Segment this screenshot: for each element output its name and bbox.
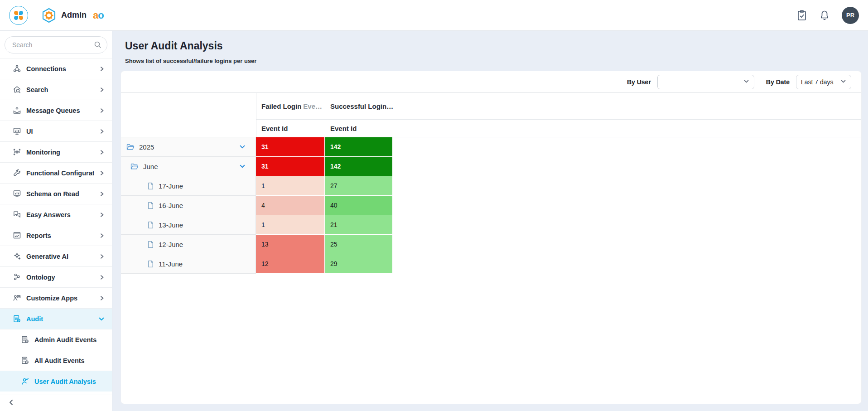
- sidebar-item-label: Reports: [26, 232, 94, 239]
- sidebar-item-label: Search: [26, 86, 94, 93]
- success-count-cell: 142: [325, 137, 393, 157]
- sidebar-item-schema-on-read[interactable]: Schema on Read: [0, 183, 112, 204]
- search-input[interactable]: [5, 36, 107, 53]
- pinwheel-logo-icon[interactable]: [9, 6, 28, 25]
- chevron-right-icon: [99, 295, 105, 301]
- chevron-down-icon[interactable]: [239, 144, 246, 150]
- sidebar-item-user-audit-analysis[interactable]: User Audit Analysis: [0, 371, 112, 392]
- chevron-right-icon: [99, 254, 105, 259]
- admin-badge[interactable]: Admin: [41, 7, 87, 24]
- sidebar-item-label: Schema on Read: [26, 190, 94, 198]
- tree-cell-13-june[interactable]: 13-June: [121, 215, 256, 235]
- column-header-failed-login[interactable]: Failed Login Eve…: [256, 93, 325, 119]
- sidebar-item-generative-ai[interactable]: Generative AI: [0, 246, 112, 266]
- sidebar-item-admin-audit-events[interactable]: Admin Audit Events: [0, 329, 112, 350]
- tree-cell-17-june[interactable]: 17-June: [121, 176, 256, 196]
- audit-icon: [21, 356, 29, 365]
- sidebar-item-customize-apps[interactable]: Customize Apps: [0, 287, 112, 308]
- wrench-icon: [13, 169, 21, 177]
- sidebar-item-reports[interactable]: Reports: [0, 225, 112, 246]
- tree-cell-11-june[interactable]: 11-June: [121, 254, 256, 274]
- failed-count-cell: 31: [256, 157, 325, 176]
- table-body: 202531142June3114217-June12716-June44013…: [121, 137, 861, 404]
- table-row-16-june: 16-June440: [121, 196, 861, 215]
- app-label: Admin: [61, 10, 87, 20]
- clipboard-check-icon[interactable]: [796, 10, 807, 21]
- tree-label: 13-June: [159, 221, 183, 229]
- table-header: Failed Login Eve… Successful Login… Even…: [121, 93, 861, 137]
- chevron-right-icon: [99, 129, 105, 134]
- tree-cell-16-june[interactable]: 16-June: [121, 196, 256, 215]
- by-date-value: Last 7 days: [801, 78, 840, 86]
- row-filler: [393, 254, 861, 274]
- ao-logo: ao: [93, 10, 104, 21]
- chevron-left-icon: [8, 399, 14, 407]
- chevron-down-icon[interactable]: [239, 163, 246, 169]
- sidebar-item-search[interactable]: Search: [0, 79, 112, 100]
- table-row-13-june: 13-June121: [121, 215, 861, 235]
- row-filler: [393, 215, 861, 235]
- chevron-down-icon: [840, 78, 846, 86]
- tree-label: 2025: [139, 143, 154, 151]
- tree-label: 17-June: [159, 182, 183, 190]
- person-chart-icon: [13, 294, 21, 302]
- sidebar-item-label: UI: [26, 128, 94, 135]
- subheader-event-id-success[interactable]: Event Id: [325, 119, 393, 137]
- bell-icon[interactable]: [819, 10, 830, 21]
- success-count-cell: 29: [325, 254, 393, 274]
- by-date-label: By Date: [766, 78, 790, 86]
- table-row-2025: 202531142: [121, 137, 861, 157]
- tree-label: 11-June: [159, 260, 183, 268]
- column-header-successful-login[interactable]: Successful Login…: [325, 93, 393, 119]
- sidebar-collapse-button[interactable]: [0, 395, 112, 411]
- sidebar-item-ontology[interactable]: Ontology: [0, 266, 112, 287]
- row-filler: [393, 176, 861, 196]
- sidebar: ConnectionsSearchMessage QueuesUIMonitor…: [0, 31, 112, 411]
- content-panel: By User By Date Last 7 days: [121, 71, 862, 404]
- sidebar-item-label: Easy Answers: [26, 211, 94, 218]
- sidebar-item-monitoring[interactable]: Monitoring: [0, 141, 112, 162]
- nodes-icon: [13, 273, 21, 281]
- file-icon: [147, 182, 154, 190]
- report-icon: [13, 231, 21, 240]
- by-date-select[interactable]: Last 7 days: [796, 75, 851, 89]
- success-count-cell: 40: [325, 196, 393, 215]
- page-title: User Audit Analysis: [125, 40, 862, 52]
- pinwheel-petals: [14, 11, 23, 20]
- by-user-label: By User: [627, 78, 651, 86]
- by-user-select[interactable]: [657, 75, 754, 89]
- tree-cell-june[interactable]: June: [121, 157, 256, 176]
- file-icon: [147, 260, 154, 268]
- sidebar-item-easy-answers[interactable]: Easy Answers: [0, 204, 112, 225]
- success-count-cell: 25: [325, 235, 393, 254]
- tree-label: 12-June: [159, 241, 183, 248]
- sidebar-item-message-queues[interactable]: Message Queues: [0, 100, 112, 121]
- sidebar-item-audit[interactable]: Audit: [0, 308, 112, 329]
- tree-cell-12-june[interactable]: 12-June: [121, 235, 256, 254]
- inbox-icon: [13, 106, 21, 115]
- sidebar-item-functional-configurati[interactable]: Functional Configurati…: [0, 162, 112, 183]
- sidebar-item-ui[interactable]: UI: [0, 121, 112, 141]
- tree-cell-2025[interactable]: 2025: [121, 137, 256, 157]
- hexagon-gear-icon: [41, 7, 57, 24]
- file-icon: [147, 202, 154, 209]
- avatar[interactable]: PR: [842, 7, 859, 24]
- table-row-12-june: 12-June1325: [121, 235, 861, 254]
- subheader-event-id-failed[interactable]: Event Id: [256, 119, 325, 137]
- home-search-icon: [13, 85, 21, 94]
- table-row-june: June31142: [121, 157, 861, 176]
- file-icon: [147, 241, 154, 248]
- row-filler: [393, 157, 861, 176]
- sidebar-item-label: Monitoring: [26, 149, 94, 156]
- chevron-right-icon: [99, 66, 105, 72]
- page-subtitle: Shows list of successful/failure logins …: [125, 58, 862, 64]
- chat-icon: [13, 210, 21, 219]
- sidebar-item-label: Functional Configurati…: [26, 169, 94, 177]
- sidebar-item-all-audit-events[interactable]: All Audit Events: [0, 350, 112, 371]
- sidebar-item-label: Connections: [26, 65, 94, 73]
- table-row-11-june: 11-June1229: [121, 254, 861, 274]
- sidebar-item-label: All Audit Events: [34, 357, 105, 364]
- monitor-icon: [13, 127, 21, 135]
- monitor-icon: [13, 189, 21, 198]
- sidebar-item-connections[interactable]: Connections: [0, 58, 112, 79]
